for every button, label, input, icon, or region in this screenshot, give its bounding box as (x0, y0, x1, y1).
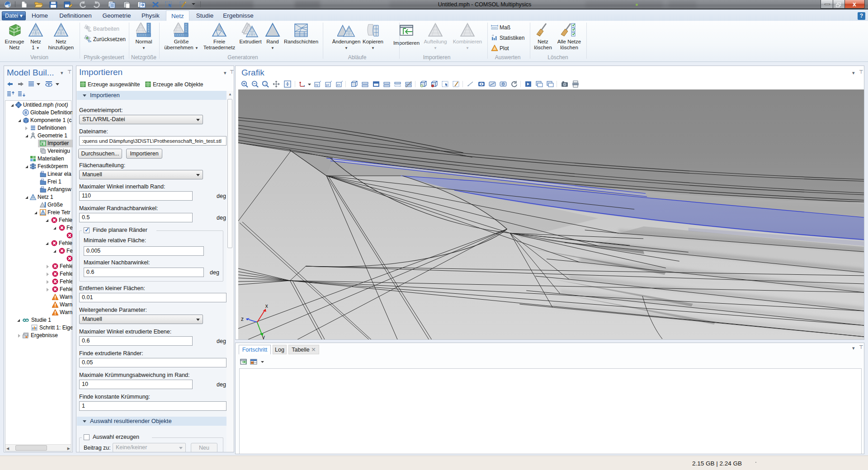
svg-text:xy: xy (315, 83, 319, 87)
svg-text:x: x (265, 303, 268, 309)
svg-text:zx: zx (337, 83, 340, 86)
svg-text:y: y (262, 334, 265, 340)
svg-text:z: z (241, 316, 244, 322)
svg-text:yz: yz (326, 83, 330, 87)
